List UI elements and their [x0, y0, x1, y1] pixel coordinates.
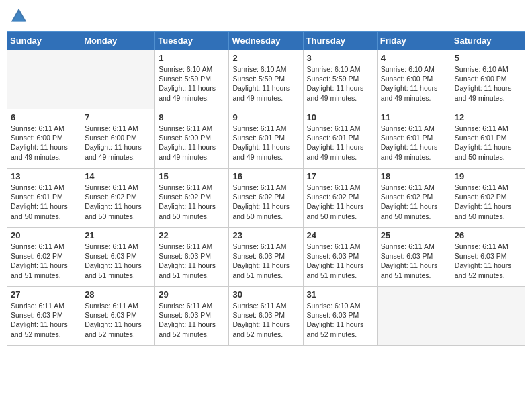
calendar-cell: 25Sunrise: 6:11 AM Sunset: 6:03 PM Dayli…: [377, 228, 451, 287]
column-header-tuesday: Tuesday: [155, 32, 229, 50]
calendar-cell: 30Sunrise: 6:11 AM Sunset: 6:03 PM Dayli…: [229, 287, 303, 346]
calendar-cell: 12Sunrise: 6:11 AM Sunset: 6:01 PM Dayli…: [451, 109, 525, 169]
cell-info: Sunrise: 6:11 AM Sunset: 6:01 PM Dayligh…: [455, 124, 521, 162]
day-number: 19: [455, 171, 521, 181]
calendar-cell: 2Sunrise: 6:10 AM Sunset: 5:59 PM Daylig…: [229, 50, 303, 109]
cell-info: Sunrise: 6:10 AM Sunset: 5:59 PM Dayligh…: [159, 64, 225, 103]
day-number: 18: [381, 171, 447, 181]
day-number: 27: [11, 289, 77, 300]
day-number: 25: [381, 230, 447, 240]
cell-info: Sunrise: 6:11 AM Sunset: 6:02 PM Dayligh…: [11, 242, 77, 280]
cell-info: Sunrise: 6:11 AM Sunset: 6:03 PM Dayligh…: [232, 301, 299, 339]
cell-info: Sunrise: 6:11 AM Sunset: 6:00 PM Dayligh…: [159, 124, 225, 162]
day-number: 14: [85, 171, 151, 181]
calendar-cell: 9Sunrise: 6:11 AM Sunset: 6:01 PM Daylig…: [229, 109, 303, 169]
column-header-sunday: Sunday: [7, 32, 81, 50]
day-number: 10: [307, 112, 373, 122]
calendar-cell: 22Sunrise: 6:11 AM Sunset: 6:03 PM Dayli…: [155, 228, 229, 287]
calendar-cell: 23Sunrise: 6:11 AM Sunset: 6:03 PM Dayli…: [229, 228, 303, 287]
cell-info: Sunrise: 6:11 AM Sunset: 6:03 PM Dayligh…: [159, 242, 225, 280]
calendar-cell: 29Sunrise: 6:11 AM Sunset: 6:03 PM Dayli…: [155, 287, 229, 346]
day-number: 8: [159, 112, 225, 122]
column-header-thursday: Thursday: [303, 32, 377, 50]
cell-info: Sunrise: 6:10 AM Sunset: 6:03 PM Dayligh…: [307, 301, 373, 339]
cell-info: Sunrise: 6:11 AM Sunset: 6:03 PM Dayligh…: [85, 242, 151, 280]
day-number: 1: [159, 53, 225, 63]
calendar-cell: 15Sunrise: 6:11 AM Sunset: 6:02 PM Dayli…: [155, 169, 229, 228]
day-number: 31: [307, 289, 373, 300]
calendar-cell: 18Sunrise: 6:11 AM Sunset: 6:02 PM Dayli…: [377, 169, 451, 228]
day-number: 22: [159, 230, 225, 240]
calendar-header-row: SundayMondayTuesdayWednesdayThursdayFrid…: [7, 32, 525, 50]
page-header: [7, 7, 525, 26]
day-number: 13: [11, 171, 77, 181]
day-number: 9: [232, 112, 299, 122]
day-number: 3: [307, 53, 373, 63]
day-number: 26: [455, 230, 521, 240]
day-number: 23: [232, 230, 299, 240]
calendar-cell: 4Sunrise: 6:10 AM Sunset: 6:00 PM Daylig…: [377, 50, 451, 109]
calendar-cell: [377, 287, 451, 346]
calendar-cell: 27Sunrise: 6:11 AM Sunset: 6:03 PM Dayli…: [7, 287, 81, 346]
cell-info: Sunrise: 6:11 AM Sunset: 6:03 PM Dayligh…: [85, 301, 151, 339]
day-number: 20: [11, 230, 77, 240]
cell-info: Sunrise: 6:11 AM Sunset: 6:03 PM Dayligh…: [455, 242, 521, 280]
week-row-5: 27Sunrise: 6:11 AM Sunset: 6:03 PM Dayli…: [7, 287, 525, 346]
calendar-cell: 3Sunrise: 6:10 AM Sunset: 5:59 PM Daylig…: [303, 50, 377, 109]
cell-info: Sunrise: 6:10 AM Sunset: 6:00 PM Dayligh…: [381, 64, 447, 103]
calendar-cell: 17Sunrise: 6:11 AM Sunset: 6:02 PM Dayli…: [303, 169, 377, 228]
cell-info: Sunrise: 6:11 AM Sunset: 6:02 PM Dayligh…: [381, 183, 447, 221]
cell-info: Sunrise: 6:11 AM Sunset: 6:02 PM Dayligh…: [307, 183, 373, 221]
calendar-cell: 11Sunrise: 6:11 AM Sunset: 6:01 PM Dayli…: [377, 109, 451, 169]
column-header-monday: Monday: [81, 32, 155, 50]
day-number: 17: [307, 171, 373, 181]
column-header-wednesday: Wednesday: [229, 32, 303, 50]
column-header-saturday: Saturday: [451, 32, 525, 50]
calendar-cell: 1Sunrise: 6:10 AM Sunset: 5:59 PM Daylig…: [155, 50, 229, 109]
calendar-cell: 7Sunrise: 6:11 AM Sunset: 6:00 PM Daylig…: [81, 109, 155, 169]
cell-info: Sunrise: 6:11 AM Sunset: 6:03 PM Dayligh…: [307, 242, 373, 280]
calendar-table: SundayMondayTuesdayWednesdayThursdayFrid…: [7, 31, 525, 346]
column-header-friday: Friday: [377, 32, 451, 50]
cell-info: Sunrise: 6:11 AM Sunset: 6:01 PM Dayligh…: [307, 124, 373, 162]
day-number: 15: [159, 171, 225, 181]
day-number: 5: [455, 53, 521, 63]
cell-info: Sunrise: 6:11 AM Sunset: 6:00 PM Dayligh…: [85, 124, 151, 162]
calendar-cell: [81, 50, 155, 109]
day-number: 24: [307, 230, 373, 240]
calendar-cell: 31Sunrise: 6:10 AM Sunset: 6:03 PM Dayli…: [303, 287, 377, 346]
calendar-cell: 14Sunrise: 6:11 AM Sunset: 6:02 PM Dayli…: [81, 169, 155, 228]
calendar-cell: 16Sunrise: 6:11 AM Sunset: 6:02 PM Dayli…: [229, 169, 303, 228]
calendar-cell: 28Sunrise: 6:11 AM Sunset: 6:03 PM Dayli…: [81, 287, 155, 346]
calendar-cell: 13Sunrise: 6:11 AM Sunset: 6:01 PM Dayli…: [7, 169, 81, 228]
cell-info: Sunrise: 6:11 AM Sunset: 6:03 PM Dayligh…: [232, 242, 299, 280]
cell-info: Sunrise: 6:11 AM Sunset: 6:00 PM Dayligh…: [11, 124, 77, 162]
cell-info: Sunrise: 6:11 AM Sunset: 6:03 PM Dayligh…: [11, 301, 77, 339]
cell-info: Sunrise: 6:11 AM Sunset: 6:03 PM Dayligh…: [381, 242, 447, 280]
calendar-cell: 21Sunrise: 6:11 AM Sunset: 6:03 PM Dayli…: [81, 228, 155, 287]
cell-info: Sunrise: 6:11 AM Sunset: 6:01 PM Dayligh…: [11, 183, 77, 221]
cell-info: Sunrise: 6:11 AM Sunset: 6:02 PM Dayligh…: [232, 183, 299, 221]
calendar-cell: 5Sunrise: 6:10 AM Sunset: 6:00 PM Daylig…: [451, 50, 525, 109]
cell-info: Sunrise: 6:11 AM Sunset: 6:02 PM Dayligh…: [159, 183, 225, 221]
calendar-cell: 26Sunrise: 6:11 AM Sunset: 6:03 PM Dayli…: [451, 228, 525, 287]
cell-info: Sunrise: 6:11 AM Sunset: 6:01 PM Dayligh…: [232, 124, 299, 162]
cell-info: Sunrise: 6:11 AM Sunset: 6:03 PM Dayligh…: [159, 301, 225, 339]
day-number: 29: [159, 289, 225, 300]
cell-info: Sunrise: 6:10 AM Sunset: 6:00 PM Dayligh…: [455, 64, 521, 103]
cell-info: Sunrise: 6:11 AM Sunset: 6:02 PM Dayligh…: [85, 183, 151, 221]
calendar-cell: 6Sunrise: 6:11 AM Sunset: 6:00 PM Daylig…: [7, 109, 81, 169]
logo-icon: [9, 7, 28, 26]
calendar-cell: 20Sunrise: 6:11 AM Sunset: 6:02 PM Dayli…: [7, 228, 81, 287]
day-number: 21: [85, 230, 151, 240]
calendar-cell: 24Sunrise: 6:11 AM Sunset: 6:03 PM Dayli…: [303, 228, 377, 287]
calendar-cell: 10Sunrise: 6:11 AM Sunset: 6:01 PM Dayli…: [303, 109, 377, 169]
cell-info: Sunrise: 6:11 AM Sunset: 6:01 PM Dayligh…: [381, 124, 447, 162]
day-number: 4: [381, 53, 447, 63]
calendar-cell: [451, 287, 525, 346]
day-number: 12: [455, 112, 521, 122]
day-number: 6: [11, 112, 77, 122]
day-number: 30: [232, 289, 299, 300]
day-number: 28: [85, 289, 151, 300]
logo: [9, 7, 31, 26]
